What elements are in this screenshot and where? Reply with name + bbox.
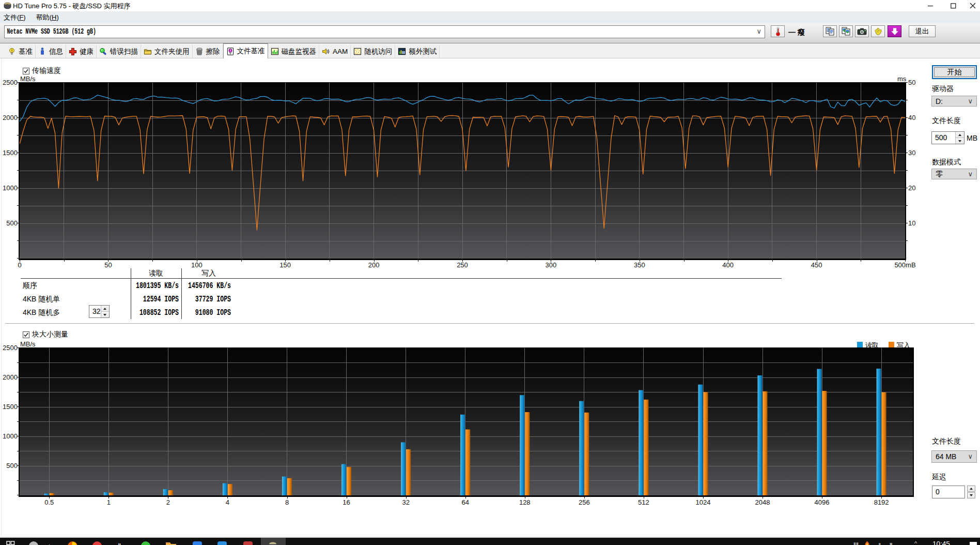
drive-toolbar: Netac NVMe SSD 512GB (512 gB) ∨ — 癈 (0, 23, 980, 43)
axis-tick (525, 497, 525, 498)
taskbar-icon-windows-logo[interactable] (6, 541, 15, 545)
tab-aam[interactable]: AAM (319, 44, 351, 58)
data-mode-dropdown[interactable]: 零 ∨ (931, 169, 977, 179)
taskbar-icon-user-circle[interactable] (28, 541, 39, 545)
col-header-write: 写入 (182, 269, 236, 278)
file-length-value: 500 (932, 132, 955, 144)
chart2-x-tick-2: 2 (152, 498, 183, 506)
taskbar-icon-folder[interactable] (165, 541, 177, 545)
taskbar-icon-hdtune-active[interactable] (268, 541, 277, 545)
close-button[interactable] (965, 0, 980, 11)
spin-up-button[interactable] (956, 132, 964, 138)
axis-tick (551, 260, 551, 262)
taskbar-icon-notes[interactable]: Ⅱ (118, 541, 121, 545)
menu-help-label: 帮助(H) (36, 13, 59, 22)
magnifier-icon (99, 48, 107, 55)
copy-text-button[interactable] (823, 25, 837, 37)
chart1-y2-tick-50: 50 (908, 79, 915, 86)
chart1-x-tick-0: 0 (4, 261, 35, 269)
taskbar-icon-photos[interactable] (217, 541, 227, 545)
delay-spin-up-button[interactable] (967, 486, 975, 492)
chart2-x-tick-1024: 1024 (688, 498, 719, 506)
export-button[interactable] (888, 25, 901, 37)
tray-icon-dim1[interactable]: ▮▮ (853, 541, 859, 545)
tray-icon-dim3[interactable]: ■ (890, 541, 892, 545)
menu-help[interactable]: 帮助(H) (33, 11, 63, 23)
axis-tick (728, 260, 728, 262)
start-button[interactable]: 开始 (932, 65, 977, 79)
delay-input[interactable]: 0 (932, 486, 965, 498)
axis-tick (227, 497, 228, 498)
spin-up-button[interactable] (101, 306, 109, 312)
tab-random-access[interactable]: 随机访问 (351, 44, 395, 58)
transfer-speed-chart (19, 82, 906, 260)
tray-icon-dim2[interactable]: ● (878, 541, 881, 545)
transfer-speed-checkbox[interactable] (23, 68, 29, 74)
tab-folder-usage[interactable]: 文件夹使用 (141, 44, 193, 58)
axis-tick (906, 117, 908, 118)
drive-dropdown[interactable]: D: ∨ (931, 96, 977, 107)
block-file-length-dropdown[interactable]: 64 MB ∨ (931, 450, 977, 463)
tab-disk-monitor[interactable]: 磁盘监视器 (268, 44, 320, 58)
options-button[interactable] (871, 25, 885, 37)
tray-chevron-up-icon[interactable]: ^ (914, 540, 917, 545)
data-mode-label: 数据模式 (932, 158, 961, 167)
tab-benchmark[interactable]: 基准 (5, 44, 36, 58)
file-length-spinner[interactable]: 500 (931, 131, 965, 144)
delay-spin-down-button[interactable] (967, 492, 975, 498)
menu-file[interactable]: 文件(F) (0, 11, 29, 23)
axis-tick (17, 436, 19, 436)
tray-flame-icon[interactable] (864, 541, 870, 545)
temperature-button[interactable] (771, 25, 785, 37)
exit-button[interactable]: 退出 (909, 25, 936, 37)
tab-error-scan[interactable]: 错误扫描 (97, 44, 141, 58)
copy-image-button[interactable] (839, 25, 853, 37)
axis-tick (17, 153, 19, 153)
block-file-length-value: 64 MB (932, 452, 956, 461)
axis-tick (347, 497, 347, 498)
chart1-y2-tick-10: 10 (908, 219, 915, 227)
minimize-button[interactable] (923, 0, 938, 11)
taskbar-icon-netease-music[interactable] (92, 541, 102, 545)
drive-selector[interactable]: Netac NVMe SSD 512GB (512 gB) ∨ (4, 25, 765, 38)
axis-tick (108, 497, 109, 498)
axis-tick (17, 223, 19, 223)
tab-erase[interactable]: 擦除 (193, 44, 223, 58)
taskbar-icon-app-redgold[interactable] (243, 541, 253, 545)
axis-tick (906, 100, 908, 100)
tab-file-benchmark-label: 文件基准 (237, 47, 265, 56)
tab-file-benchmark[interactable]: 文件基准 (223, 43, 268, 58)
screenshot-button[interactable] (855, 25, 869, 37)
tab-health[interactable]: 健康 (66, 44, 97, 58)
tab-extra-tests[interactable]: 额外测试 (395, 44, 440, 58)
notification-center-icon[interactable] (970, 542, 977, 545)
taskbar-icon-wechat[interactable] (141, 541, 151, 545)
axis-tick (17, 258, 19, 259)
spin-down-button[interactable] (101, 312, 109, 317)
axis-tick (822, 497, 822, 498)
axis-tick (64, 260, 65, 262)
taskbar-icon-firefox[interactable] (67, 541, 78, 545)
axis-tick (17, 480, 19, 481)
tab-folder-usage-label: 文件夹使用 (154, 47, 190, 56)
chart1-y-axis-unit: MB/s (20, 75, 36, 83)
taskbar-icon-app-glyph[interactable]: ♪ (48, 541, 51, 545)
spin-down-button[interactable] (956, 138, 964, 144)
chevron-down-icon: ∨ (756, 27, 761, 35)
axis-tick (197, 260, 197, 262)
axis-tick (17, 135, 19, 135)
random-access-icon (353, 48, 362, 55)
sequential-read-value: 1801395 KB/s (125, 281, 179, 291)
section-separator (5, 323, 974, 324)
queue-depth-spinner[interactable]: 32 (89, 305, 110, 318)
tab-info[interactable]: 信息 (36, 44, 66, 58)
download-arrow-icon (891, 27, 899, 36)
taskbar-icon-app-blue[interactable] (192, 541, 203, 545)
drive-dropdown-value: D: (932, 97, 943, 105)
chart2-x-tick-8192: 8192 (866, 498, 897, 506)
block-size-checkbox[interactable] (23, 331, 29, 338)
axis-tick (584, 497, 585, 498)
maximize-button[interactable] (945, 0, 961, 11)
legend-write-swatch (889, 342, 894, 347)
axis-tick (772, 260, 773, 262)
